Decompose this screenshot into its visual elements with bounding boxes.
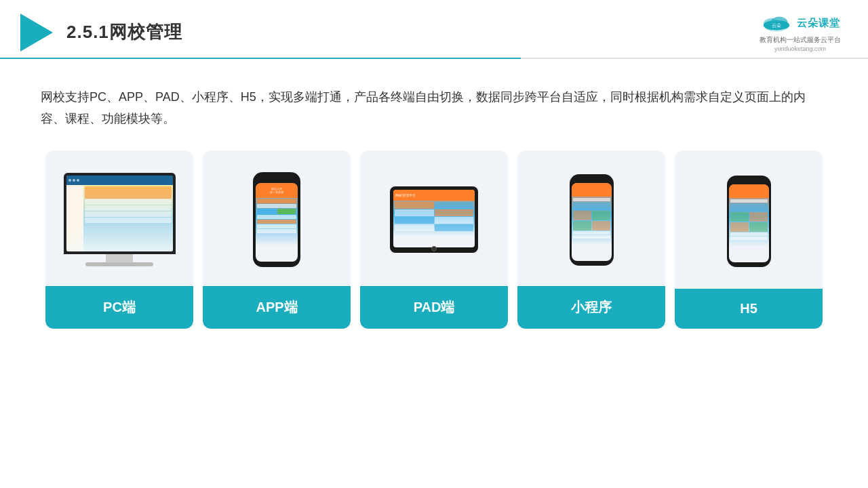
pc-screen-outer [64, 173, 176, 254]
phone-mockup-mini [570, 174, 614, 266]
tablet-mockup: 网校管理平台 [390, 186, 478, 253]
mini-notch-h5 [742, 180, 755, 183]
brand-icon: 云朵 云朵课堂 [760, 12, 840, 34]
cards-container: PC端 职达人的第一堂讲课 [0, 150, 868, 329]
brand-subtitle: 教育机构一站式服务云平台 [760, 35, 841, 45]
card-h5-label: H5 [675, 289, 823, 329]
mini-screen-h5 [729, 184, 769, 262]
card-miniprogram-label: 小程序 [517, 286, 665, 329]
pc-screen-inner [66, 176, 173, 251]
pc-mockup [64, 173, 176, 266]
card-app-image: 职达人的第一堂讲课 [203, 150, 351, 286]
mini-notch [585, 179, 598, 182]
card-pad-label: PAD端 [360, 286, 508, 329]
brand-name: 云朵课堂 [797, 17, 840, 30]
mini-phone-outer-h5 [727, 176, 771, 267]
card-miniprogram-image [517, 150, 665, 286]
card-pc-label: PC端 [45, 286, 193, 329]
header: 2.5.1网校管理 云朵 云朵课堂 教育机构一站式服务云平台 yunduoket… [0, 0, 868, 52]
card-h5-image [675, 150, 823, 289]
description-text: 网校支持PC、APP、PAD、小程序、H5，实现多端打通，产品各终端自由切换，数… [41, 86, 827, 130]
logo-triangle [20, 14, 53, 52]
cloud-icon: 云朵 [760, 12, 793, 34]
card-pc: PC端 [45, 150, 193, 329]
phone-notch-app [269, 178, 285, 181]
brand-url: yunduoketang.com [774, 45, 826, 52]
phone-outer-app: 职达人的第一堂讲课 [253, 172, 300, 267]
tablet-outer: 网校管理平台 [390, 186, 478, 253]
card-app-label: APP端 [203, 286, 351, 329]
tablet-screen: 网校管理平台 [393, 190, 475, 247]
svg-text:云朵: 云朵 [772, 22, 781, 28]
phone-mockup-app: 职达人的第一堂讲课 [253, 172, 300, 267]
card-pad: 网校管理平台 [360, 150, 508, 329]
mini-phone-outer [570, 174, 614, 266]
tablet-home-btn [431, 246, 437, 251]
card-pc-image [45, 150, 193, 286]
mini-screen [572, 183, 612, 261]
card-pad-image: 网校管理平台 [360, 150, 508, 286]
header-divider [0, 58, 868, 59]
page-title: 2.5.1网校管理 [66, 20, 182, 44]
card-h5: H5 [675, 150, 823, 329]
card-miniprogram: 小程序 [517, 150, 665, 329]
phone-screen-app: 职达人的第一堂讲课 [256, 183, 298, 262]
brand-logo: 云朵 云朵课堂 教育机构一站式服务云平台 yunduoketang.com [760, 12, 841, 52]
phone-mockup-h5 [727, 176, 771, 267]
card-app: 职达人的第一堂讲课 [203, 150, 351, 329]
